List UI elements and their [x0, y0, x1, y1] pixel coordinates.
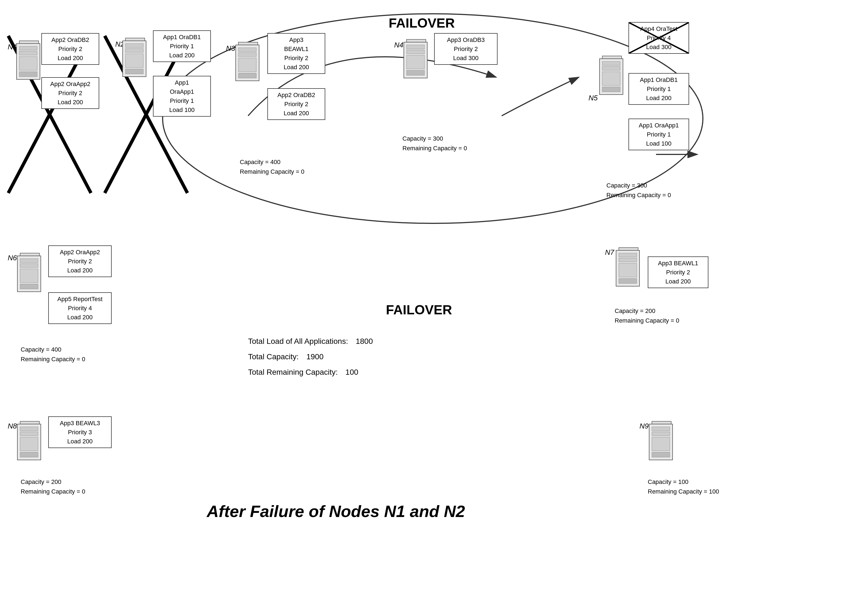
server-n5	[598, 54, 626, 99]
n7-capacity: Capacity = 200 Remaining Capacity = 0	[615, 306, 679, 325]
svg-rect-13	[125, 38, 145, 41]
n1-app1-box: App2 OraDB2 Priority 2 Load 200	[41, 33, 99, 65]
server-n9	[648, 419, 675, 464]
svg-rect-17	[125, 54, 143, 68]
server-n3	[234, 40, 262, 85]
svg-rect-35	[602, 72, 620, 86]
svg-rect-57	[652, 421, 671, 424]
svg-rect-33	[602, 62, 620, 65]
n6-capacity: Capacity = 400 Remaining Capacity = 0	[21, 345, 85, 364]
svg-rect-22	[238, 53, 256, 56]
svg-rect-25	[407, 40, 426, 42]
svg-rect-48	[619, 258, 637, 262]
n5-app3-box: App1 OraApp1 Priority 1 Load 100	[629, 118, 689, 150]
svg-rect-29	[407, 55, 425, 69]
server-n7	[615, 245, 642, 291]
n9-capacity: Capacity = 100 Remaining Capacity = 100	[648, 477, 719, 496]
n6-app1-box: App2 OraApp2 Priority 2 Load 200	[48, 245, 112, 277]
svg-rect-36	[602, 87, 620, 92]
node-n5-label: N5	[589, 94, 598, 102]
svg-rect-18	[125, 69, 143, 74]
n2-app2-box: App1 OraApp1 Priority 1 Load 100	[153, 76, 211, 117]
node-n6-label: N6	[8, 254, 17, 262]
node-n3-label: N3	[226, 44, 235, 53]
server-n8	[16, 419, 44, 464]
svg-rect-56	[20, 452, 38, 457]
svg-rect-44	[20, 284, 38, 289]
svg-rect-10	[19, 51, 37, 55]
svg-rect-61	[652, 437, 670, 451]
svg-rect-21	[238, 48, 256, 52]
n5-app2-box: App1 OraDB1 Priority 1 Load 200	[629, 73, 689, 105]
n3-app1-box: App3 BEAWL1 Priority 2 Load 200	[267, 33, 325, 74]
svg-rect-23	[238, 58, 256, 72]
n1-app2-box: App2 OraApp2 Priority 2 Load 200	[41, 77, 99, 109]
failover-top-label: FAILOVER	[389, 16, 455, 30]
server-n4	[402, 37, 430, 83]
bottom-title: After Failure of Nodes N1 and N2	[207, 502, 465, 521]
svg-rect-31	[602, 56, 621, 59]
n4-capacity: Capacity = 300 Remaining Capacity = 0	[402, 134, 467, 153]
server-n1	[15, 38, 43, 84]
svg-rect-12	[19, 72, 37, 77]
node-n7-label: N7	[605, 248, 614, 257]
svg-rect-55	[20, 437, 38, 451]
svg-rect-59	[652, 427, 670, 431]
svg-rect-11	[19, 56, 37, 70]
svg-rect-28	[407, 50, 425, 54]
n2-app1-box: App1 OraDB1 Priority 1 Load 200	[153, 30, 211, 62]
n3-app2-box: App2 OraDB2 Priority 2 Load 200	[267, 88, 325, 120]
svg-rect-45	[619, 248, 638, 250]
svg-rect-53	[20, 427, 38, 431]
svg-rect-54	[20, 432, 38, 436]
svg-rect-9	[19, 46, 37, 50]
svg-rect-49	[619, 263, 637, 277]
svg-rect-7	[19, 41, 38, 44]
svg-rect-51	[20, 421, 40, 424]
node-n9-label: N9	[639, 422, 649, 430]
node-n8-label: N8	[8, 422, 17, 430]
svg-rect-39	[20, 253, 40, 256]
n8-capacity: Capacity = 200 Remaining Capacity = 0	[21, 477, 85, 496]
n4-app1-box: App3 OraDB3 Priority 2 Load 300	[434, 33, 497, 65]
n5-capacity: Capacity = 300 Remaining Capacity = 0	[607, 181, 671, 200]
svg-rect-42	[20, 264, 38, 267]
server-n2	[121, 36, 149, 81]
n7-app1-box: App3 BEAWL1 Priority 2 Load 200	[648, 257, 709, 288]
node-n4-label: N4	[394, 41, 403, 49]
diagram: FAILOVER FAILOVER N1	[0, 0, 868, 592]
svg-rect-19	[238, 42, 258, 45]
svg-rect-24	[238, 73, 256, 78]
svg-rect-30	[407, 70, 425, 75]
svg-rect-27	[407, 45, 425, 49]
n6-app2-box: App5 ReportTest Priority 4 Load 200	[48, 292, 112, 324]
server-n6	[16, 251, 44, 296]
svg-rect-62	[652, 452, 670, 457]
svg-rect-50	[619, 279, 637, 283]
n5-app1-crossed-box: App4 OraTest Priority 4 Load 300	[629, 22, 689, 54]
svg-rect-15	[125, 44, 143, 47]
n3-capacity: Capacity = 400 Remaining Capacity = 0	[240, 157, 304, 176]
n8-app1-box: App3 BEAWL3 Priority 3 Load 200	[48, 416, 112, 448]
svg-rect-16	[125, 49, 143, 52]
failover-bottom-label: FAILOVER	[386, 303, 452, 317]
svg-rect-34	[602, 66, 620, 70]
svg-rect-47	[619, 253, 637, 257]
svg-rect-43	[20, 269, 38, 283]
summary-panel: Total Load of All Applications: 1800 Tot…	[248, 334, 373, 380]
svg-rect-60	[652, 432, 670, 436]
svg-rect-41	[20, 258, 38, 263]
